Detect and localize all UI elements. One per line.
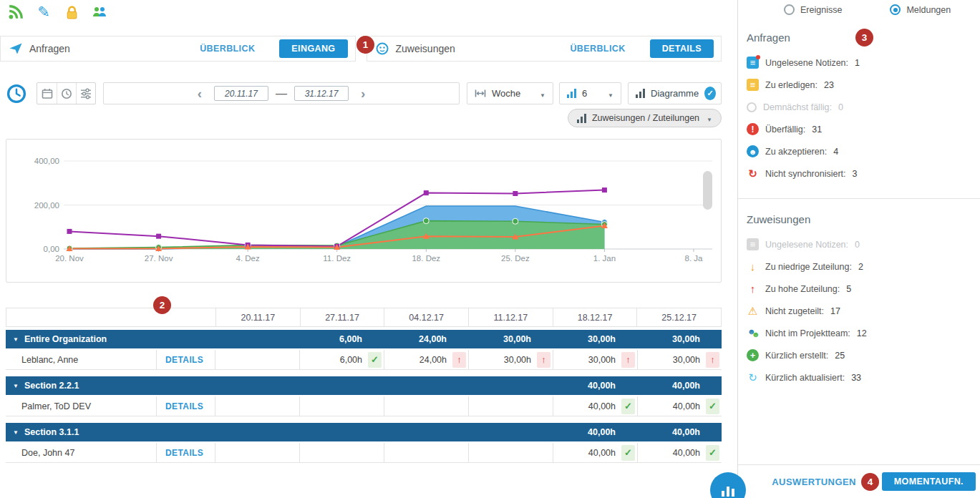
- item-label: Ungelesene Notizen:: [765, 58, 848, 68]
- sidebar-item[interactable]: Zu hohe Zuteilung:5: [747, 278, 976, 300]
- cell-value: 30,00h: [638, 355, 706, 365]
- value-cell: 30,00h: [553, 330, 637, 348]
- cell-value: 24,00h: [384, 355, 452, 365]
- sidebar-item[interactable]: Nicht synchronisiert:3: [747, 162, 976, 185]
- zuweisungen-ueberblick-link[interactable]: ÜBERBLICK: [570, 44, 625, 54]
- zuweisungen-section: ZuweisungenUngelesene Notizen:0Zu niedri…: [747, 213, 976, 389]
- ok-check-icon: [368, 352, 382, 368]
- collapse-chevron-icon[interactable]: [13, 334, 24, 344]
- value-cell: 40,00h: [637, 443, 722, 462]
- group-row: Section 3.1.140,00h40,00h: [6, 423, 722, 441]
- sidebar-item[interactable]: Ungelesene Notizen:0: [747, 233, 976, 255]
- period-count-dropdown[interactable]: 6: [559, 82, 621, 104]
- group-row: Entire Organization6,00h24,00h30,00h30,0…: [6, 330, 722, 348]
- value-cell: [215, 376, 299, 395]
- low-allocation-icon: [747, 260, 759, 273]
- date-to-input[interactable]: [294, 86, 349, 101]
- cell-value: 30,00h: [553, 355, 621, 365]
- date-range-control: —: [103, 82, 460, 104]
- item-count: 25: [835, 351, 845, 361]
- edit-icon[interactable]: [35, 4, 52, 21]
- value-cell: 6,00h: [299, 330, 384, 348]
- group-name[interactable]: Section 2.2.1: [6, 376, 156, 395]
- annotation-badge-1: 1: [356, 36, 374, 54]
- sidebar-item[interactable]: Überfällig:31: [747, 118, 976, 140]
- details-button[interactable]: DETAILS: [650, 39, 714, 58]
- item-label: Demnächst fällig:: [763, 102, 832, 112]
- svg-text:0,00: 0,00: [44, 245, 59, 253]
- item-label: Zu erledigen:: [765, 80, 818, 90]
- time-view-button[interactable]: [6, 82, 27, 104]
- momentaufn-button[interactable]: MOMENTAUFN.: [882, 472, 976, 491]
- date-from-input[interactable]: [214, 86, 268, 101]
- chevron-down-icon: [540, 87, 545, 100]
- series-dropdown[interactable]: Zuweisungen / Zuteilungen: [568, 109, 722, 127]
- sidebar-item[interactable]: Demnächst fällig:0: [747, 96, 976, 118]
- chart-panel: 400,00200,000,0020. Nov27. Nov4. Dez11. …: [6, 139, 722, 283]
- annotation-badge-3: 3: [855, 29, 873, 47]
- bar-chart-icon: [567, 89, 576, 98]
- radio-option[interactable]: Ereignisse: [784, 4, 842, 15]
- sidebar-item[interactable]: Zu niedrige Zuteilung:2: [747, 255, 976, 278]
- anfragen-ueberblick-link[interactable]: ÜBERBLICK: [200, 44, 255, 54]
- sidebar-item[interactable]: Kürzlich erstellt:25: [747, 344, 976, 366]
- cell-value: 40,00h: [638, 401, 706, 411]
- over-allocation-icon: [452, 352, 466, 368]
- item-count: 3: [853, 169, 858, 179]
- details-link[interactable]: DETAILS: [156, 396, 215, 416]
- bar-chart-icon: [636, 89, 645, 98]
- clock-icon[interactable]: [57, 83, 76, 104]
- eingang-button[interactable]: EINGANG: [279, 39, 347, 58]
- radio-option[interactable]: Meldungen: [890, 4, 951, 15]
- filter-toolbar: — Woche 6 Diagramme: [6, 82, 722, 105]
- checked-toggle-icon[interactable]: [704, 87, 716, 100]
- value-cell: [215, 443, 299, 462]
- sidebar-item[interactable]: Zu erledigen:23: [747, 74, 976, 96]
- series-value: Zuweisungen / Zuteilungen: [592, 113, 699, 123]
- calendar-icon[interactable]: [37, 83, 57, 104]
- cell-value: 6,00h: [300, 355, 368, 365]
- item-label: Nicht synchronisiert:: [765, 169, 846, 179]
- interval-dropdown[interactable]: Woche: [467, 82, 553, 104]
- diagrams-toggle[interactable]: Diagramme: [628, 82, 722, 104]
- ok-check-icon: [706, 445, 719, 461]
- series-selector-row: Zuweisungen / Zuteilungen: [6, 109, 722, 127]
- svg-text:20. Nov: 20. Nov: [55, 254, 84, 263]
- details-link[interactable]: DETAILS: [156, 443, 215, 462]
- allocation-table: 20.11.1727.11.1704.12.1711.12.1718.12.17…: [6, 308, 722, 469]
- next-period-icon[interactable]: [356, 87, 370, 100]
- value-cell: 40,00h: [637, 423, 722, 441]
- radio-unchecked-icon[interactable]: [784, 4, 795, 15]
- recently-created-icon: [747, 349, 759, 361]
- resize-horizontal-icon: [475, 89, 486, 98]
- not-synced-icon: [747, 167, 759, 180]
- value-cell: 24,00h: [384, 330, 468, 348]
- sidebar-item[interactable]: Ungelesene Notizen:1: [747, 52, 976, 74]
- lock-icon[interactable]: [63, 4, 80, 21]
- cell-value: 40,00h: [553, 427, 621, 437]
- value-cell: [384, 396, 468, 416]
- cell-value: 40,00h: [553, 401, 621, 411]
- sidebar-item[interactable]: Zu akzeptieren:4: [747, 140, 976, 162]
- item-count: 31: [812, 125, 822, 135]
- value-cell: 24,00h: [384, 350, 468, 369]
- collapse-chevron-icon[interactable]: [13, 427, 24, 437]
- collapse-chevron-icon[interactable]: [13, 381, 24, 391]
- sliders-icon[interactable]: [76, 83, 95, 104]
- sidebar-item[interactable]: Kürzlich aktualisiert:33: [747, 366, 976, 389]
- prev-period-icon[interactable]: [193, 87, 207, 100]
- details-link[interactable]: DETAILS: [156, 350, 215, 369]
- radio-checked-icon[interactable]: [890, 4, 901, 15]
- interval-value: Woche: [492, 88, 520, 99]
- group-name[interactable]: Entire Organization: [6, 330, 156, 348]
- sidebar-item[interactable]: Nicht im Projektteam:12: [747, 322, 976, 344]
- group-name[interactable]: Section 3.1.1: [6, 423, 156, 441]
- auswertungen-link[interactable]: AUSWERTUNGEN: [772, 477, 855, 487]
- sidebar-item[interactable]: Nicht zugeteilt:17: [747, 300, 976, 322]
- note-icon: [747, 57, 759, 69]
- team-icon[interactable]: [91, 4, 108, 21]
- item-label: Zu niedrige Zuteilung:: [765, 262, 852, 272]
- feed-icon[interactable]: [7, 4, 24, 21]
- chart-scrollbar[interactable]: [703, 171, 712, 210]
- value-cell: [384, 423, 468, 441]
